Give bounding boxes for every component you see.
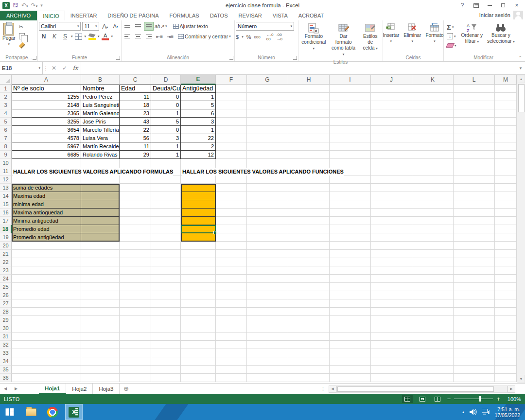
currency-icon[interactable]: $ (236, 34, 239, 40)
cell-C18[interactable] (120, 225, 151, 233)
cell-L22[interactable] (454, 258, 495, 266)
cell-M1[interactable] (495, 85, 517, 93)
cell-C14[interactable] (120, 192, 151, 200)
cell-H21[interactable] (288, 250, 330, 258)
cell-I34[interactable] (330, 357, 371, 366)
cell-L5[interactable] (454, 118, 495, 126)
cell-I6[interactable] (330, 126, 371, 134)
cell-D26[interactable] (151, 291, 181, 299)
cell-M12[interactable] (495, 175, 517, 184)
cell-F31[interactable] (216, 332, 247, 341)
cell-B10[interactable] (81, 159, 120, 167)
column-header-B[interactable]: B (81, 75, 120, 85)
cell-I17[interactable] (330, 217, 371, 225)
row-header-1[interactable]: 1 (0, 85, 12, 93)
row-header-24[interactable]: 24 (0, 275, 12, 283)
cell-D10[interactable] (151, 159, 181, 167)
cell-C17[interactable] (120, 217, 151, 225)
cell-I33[interactable] (330, 349, 371, 357)
cell-M11[interactable] (495, 167, 517, 175)
cell-F30[interactable] (216, 324, 247, 332)
cell-E3[interactable]: 5 (181, 101, 216, 109)
cell-B3[interactable]: Luis Sanguineti (81, 101, 120, 109)
cell-M6[interactable] (495, 126, 517, 134)
cell-I3[interactable] (330, 101, 371, 109)
cell-B18[interactable] (81, 225, 120, 233)
cell-M17[interactable] (495, 217, 517, 225)
cell-H26[interactable] (288, 291, 330, 299)
cell-F26[interactable] (216, 291, 247, 299)
cell-K35[interactable] (412, 366, 454, 374)
cell-K12[interactable] (412, 175, 454, 184)
cell-A12[interactable] (12, 175, 81, 184)
restore-button[interactable] (497, 0, 509, 10)
cell-I25[interactable] (330, 283, 371, 291)
comma-style-icon[interactable]: 000 (254, 35, 260, 39)
cell-C30[interactable] (120, 324, 151, 332)
row-header-21[interactable]: 21 (0, 250, 12, 258)
cell-K31[interactable] (412, 332, 454, 341)
cell-A29[interactable] (12, 316, 81, 324)
cell-K25[interactable] (412, 283, 454, 291)
cell-K32[interactable] (412, 341, 454, 349)
speaker-icon[interactable] (470, 409, 477, 415)
cell-K36[interactable] (412, 374, 454, 382)
cell-F17[interactable] (216, 217, 247, 225)
cell-D8[interactable]: 1 (151, 142, 181, 151)
cell-B28[interactable] (81, 308, 120, 316)
cell-L16[interactable] (454, 209, 495, 217)
cell-J1[interactable] (371, 85, 412, 93)
conditional-formatting-button[interactable]: ≠ Formato condicional ▾ (299, 22, 328, 52)
row-header-34[interactable]: 34 (0, 357, 12, 366)
cell-G2[interactable] (247, 93, 288, 101)
cell-C35[interactable] (120, 366, 151, 374)
cell-G20[interactable] (247, 242, 288, 250)
cell-F13[interactable] (216, 184, 247, 192)
cell-A9[interactable]: 6685 (12, 151, 81, 159)
row-header-26[interactable]: 26 (0, 291, 12, 299)
cell-L14[interactable] (454, 192, 495, 200)
cell-I19[interactable] (330, 233, 371, 242)
cell-C34[interactable] (120, 357, 151, 366)
cell-F35[interactable] (216, 366, 247, 374)
cell-H2[interactable] (288, 93, 330, 101)
expand-formula-bar-icon[interactable]: ▼ (516, 62, 525, 74)
cell-A7[interactable]: 4578 (12, 134, 81, 142)
font-color-button[interactable]: A (101, 32, 110, 41)
cell-F1[interactable] (216, 85, 247, 93)
cell-J7[interactable] (371, 134, 412, 142)
cell-K5[interactable] (412, 118, 454, 126)
cell-E31[interactable] (181, 332, 216, 341)
cell-H12[interactable] (288, 175, 330, 184)
cell-M26[interactable] (495, 291, 517, 299)
column-header-G[interactable]: G (247, 75, 288, 85)
cell-H1[interactable] (288, 85, 330, 93)
cell-J27[interactable] (371, 299, 412, 308)
cell-H4[interactable] (288, 109, 330, 118)
cell-L13[interactable] (454, 184, 495, 192)
help-button[interactable]: ? (456, 0, 469, 10)
cell-H14[interactable] (288, 192, 330, 200)
cell-C26[interactable] (120, 291, 151, 299)
cell-G8[interactable] (247, 142, 288, 151)
cell-M19[interactable] (495, 233, 517, 242)
cell-I9[interactable] (330, 151, 371, 159)
cell-I24[interactable] (330, 275, 371, 283)
cell-C10[interactable] (120, 159, 151, 167)
cell-F27[interactable] (216, 299, 247, 308)
cell-B4[interactable]: Martín Galeano (81, 109, 120, 118)
cell-M8[interactable] (495, 142, 517, 151)
cell-E16[interactable] (181, 209, 216, 217)
column-header-K[interactable]: K (412, 75, 454, 85)
cell-K18[interactable] (412, 225, 454, 233)
cell-F24[interactable] (216, 275, 247, 283)
cell-E22[interactable] (181, 258, 216, 266)
cell-E30[interactable] (181, 324, 216, 332)
tab-vista[interactable]: VISTA (267, 11, 293, 20)
cut-button[interactable]: ✂ (18, 23, 29, 31)
enter-icon[interactable]: ✓ (59, 62, 70, 74)
cell-D2[interactable]: 0 (151, 93, 181, 101)
cell-L15[interactable] (454, 200, 495, 209)
cell-G35[interactable] (247, 366, 288, 374)
cell-L32[interactable] (454, 341, 495, 349)
